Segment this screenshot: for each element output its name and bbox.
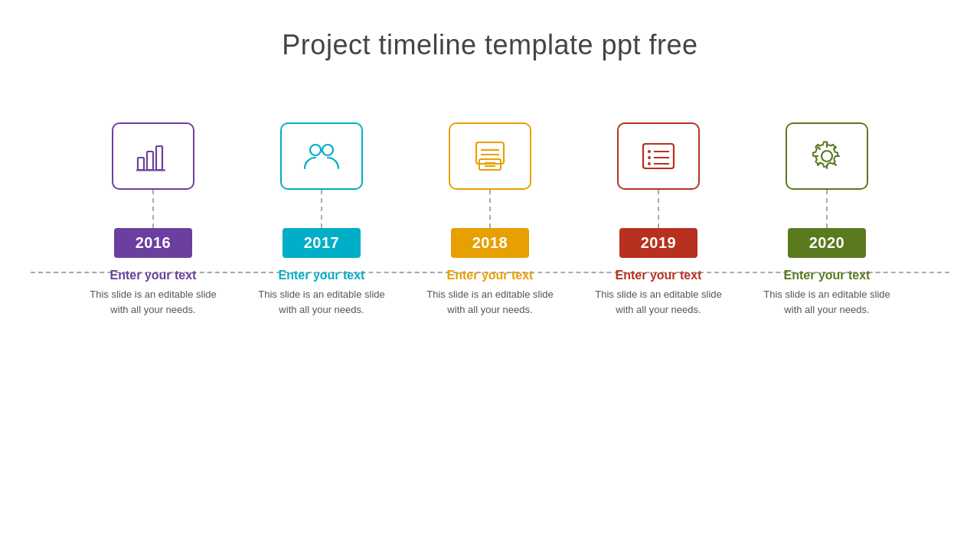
icon-box-2016 [112, 122, 194, 190]
timeline-container: 2016 Enter your text This slide is an ed… [0, 122, 980, 317]
svg-rect-12 [643, 144, 674, 168]
list-icon [639, 136, 678, 176]
item-desc-2017: This slide is an editable slide with all… [253, 287, 390, 317]
year-badge-2017: 2017 [283, 228, 361, 258]
item-title-2017: Enter your text [279, 269, 365, 282]
item-title-2016: Enter your text [110, 269, 197, 282]
gear-icon [807, 136, 847, 176]
year-badge-2016: 2016 [114, 228, 193, 258]
item-desc-2020: This slide is an editable slide with all… [758, 287, 896, 317]
timeline-item-2019: 2019 Enter your text This slide is an ed… [574, 122, 743, 317]
svg-point-13 [648, 150, 651, 153]
svg-point-17 [648, 162, 651, 165]
icon-box-2017 [280, 122, 363, 190]
timeline-item-2020: 2020 Enter your text This slide is an ed… [743, 122, 911, 317]
svg-rect-0 [138, 158, 144, 170]
year-badge-2018: 2018 [451, 228, 530, 258]
svg-point-15 [648, 156, 651, 159]
item-title-2020: Enter your text [784, 269, 871, 282]
bar-chart-icon [133, 136, 173, 176]
connector-2016 [152, 190, 154, 228]
icon-box-2019 [617, 122, 700, 190]
item-desc-2018: This slide is an editable slide with all… [421, 287, 559, 317]
icon-box-2018 [449, 122, 531, 190]
svg-rect-6 [476, 142, 504, 164]
icon-box-2020 [786, 122, 868, 190]
year-badge-2020: 2020 [788, 228, 867, 258]
timeline-item-2018: 2018 Enter your text This slide is an ed… [406, 122, 574, 317]
item-title-2018: Enter your text [447, 269, 534, 282]
svg-rect-2 [156, 146, 162, 170]
connector-2019 [658, 190, 659, 228]
svg-point-19 [822, 151, 832, 161]
timeline-item-2016: 2016 Enter your text This slide is an ed… [69, 122, 237, 317]
document-icon [470, 136, 510, 176]
items-row: 2016 Enter your text This slide is an ed… [0, 122, 980, 317]
connector-2020 [826, 190, 828, 228]
page-title: Project timeline template ppt free [0, 0, 980, 61]
connector-2017 [321, 190, 322, 228]
people-icon [302, 136, 341, 176]
item-title-2019: Enter your text [616, 269, 702, 282]
year-badge-2019: 2019 [619, 228, 698, 258]
svg-point-4 [310, 145, 321, 155]
svg-point-5 [322, 145, 333, 155]
connector-2018 [489, 190, 491, 228]
item-desc-2019: This slide is an editable slide with all… [590, 287, 727, 317]
svg-rect-1 [147, 152, 153, 170]
timeline-item-2017: 2017 Enter your text This slide is an ed… [237, 122, 406, 317]
item-desc-2016: This slide is an editable slide with all… [84, 287, 222, 317]
